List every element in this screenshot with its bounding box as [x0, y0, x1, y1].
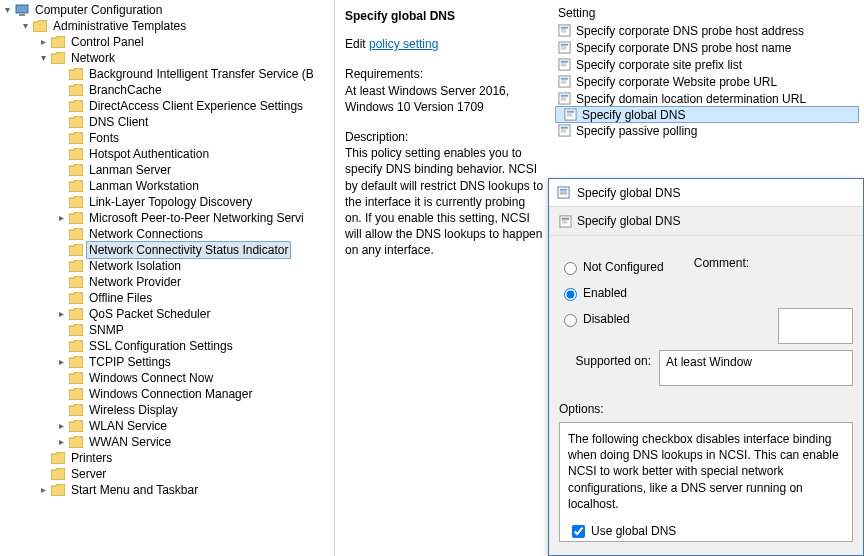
dialog-subtitle: Specify global DNS	[577, 214, 680, 228]
tree-node[interactable]: Lanman Server	[0, 162, 334, 178]
setting-row[interactable]: Specify corporate DNS probe host name	[550, 39, 864, 56]
supported-on-label: Supported on:	[559, 350, 659, 368]
svg-rect-13	[560, 65, 566, 66]
checkbox-label: Use global DNS	[591, 523, 676, 539]
use-global-dns-checkbox[interactable]: Use global DNS	[568, 522, 844, 541]
svg-rect-21	[560, 99, 566, 100]
setting-row[interactable]: Specify corporate site prefix list	[550, 56, 864, 73]
policy-icon	[555, 185, 571, 201]
tree-label: DirectAccess Client Experience Settings	[88, 98, 304, 114]
tree-node[interactable]: Offline Files	[0, 290, 334, 306]
comment-textarea[interactable]	[778, 308, 853, 344]
setting-label: Specify corporate DNS probe host name	[576, 41, 791, 55]
tree-node[interactable]: BranchCache	[0, 82, 334, 98]
expander-icon[interactable]	[36, 34, 50, 50]
settings-column-header[interactable]: Setting	[550, 4, 864, 22]
tree-node[interactable]: Fonts	[0, 130, 334, 146]
tree-node[interactable]: DNS Client	[0, 114, 334, 130]
tree-label: Network Connectivity Status Indicator	[86, 241, 291, 259]
tree-label: SSL Configuration Settings	[88, 338, 234, 354]
policy-icon	[556, 123, 572, 139]
tree-node[interactable]: Network Isolation	[0, 258, 334, 274]
expander-icon[interactable]	[54, 434, 68, 450]
svg-rect-12	[560, 64, 566, 65]
setting-label: Specify corporate DNS probe host address	[576, 24, 804, 38]
tree-node[interactable]: Network Connections	[0, 226, 334, 242]
tree-node-start-menu[interactable]: Start Menu and Taskbar	[0, 482, 334, 498]
folder-icon	[68, 290, 84, 306]
tree-node[interactable]: Hotspot Authentication	[0, 146, 334, 162]
svg-rect-19	[560, 95, 567, 97]
expander-icon[interactable]	[54, 354, 68, 370]
radio-label: Enabled	[583, 286, 627, 300]
checkbox-input[interactable]	[572, 525, 585, 538]
tree-node[interactable]: Background Intelligent Transfer Service …	[0, 66, 334, 82]
radio-input-disabled[interactable]	[564, 314, 577, 327]
tree-label: Network	[70, 50, 116, 66]
radio-not-configured[interactable]: Not Configured	[559, 254, 664, 280]
folder-icon	[50, 482, 66, 498]
tree-node[interactable]: WWAN Service	[0, 434, 334, 450]
tree-node[interactable]: Windows Connect Now	[0, 370, 334, 386]
tree-label: QoS Packet Scheduler	[88, 306, 211, 322]
tree-node[interactable]: DirectAccess Client Experience Settings	[0, 98, 334, 114]
tree-node-computer-config[interactable]: Computer Configuration	[0, 2, 334, 18]
tree-node-admin-templates[interactable]: Administrative Templates	[0, 18, 334, 34]
edit-line: Edit policy setting	[345, 36, 544, 52]
tree-node-server[interactable]: Server	[0, 466, 334, 482]
folder-icon	[32, 18, 48, 34]
tree-node[interactable]: QoS Packet Scheduler	[0, 306, 334, 322]
tree-node-printers[interactable]: Printers	[0, 450, 334, 466]
tree-label: Wireless Display	[88, 402, 179, 418]
tree-node[interactable]: SNMP	[0, 322, 334, 338]
setting-row[interactable]: Specify corporate DNS probe host address	[550, 22, 864, 39]
radio-input-enabled[interactable]	[564, 288, 577, 301]
expander-icon[interactable]	[54, 306, 68, 322]
svg-rect-11	[560, 61, 567, 63]
expander-icon[interactable]	[54, 210, 68, 226]
radio-label: Disabled	[583, 312, 630, 326]
setting-row[interactable]: Specify corporate Website probe URL	[550, 73, 864, 90]
details-title: Specify global DNS	[345, 8, 544, 24]
radio-disabled[interactable]: Disabled	[559, 306, 664, 332]
radio-label: Not Configured	[583, 260, 664, 274]
svg-rect-1	[19, 14, 25, 16]
tree-label: DNS Client	[88, 114, 149, 130]
tree-node[interactable]: Lanman Workstation	[0, 178, 334, 194]
expander-icon[interactable]	[36, 50, 50, 66]
svg-rect-32	[559, 192, 566, 193]
radio-enabled[interactable]: Enabled	[559, 280, 664, 306]
tree-node-control-panel[interactable]: Control Panel	[0, 34, 334, 50]
expander-icon[interactable]	[0, 2, 14, 18]
requirements-label: Requirements:	[345, 66, 544, 82]
folder-icon	[68, 162, 84, 178]
radio-input-not-configured[interactable]	[564, 262, 577, 275]
tree-panel[interactable]: Computer Configuration Administrative Te…	[0, 0, 335, 556]
tree-label: Microsoft Peer-to-Peer Networking Servi	[88, 210, 305, 226]
svg-rect-16	[560, 81, 566, 82]
tree-node[interactable]: Wireless Display	[0, 402, 334, 418]
tree-node[interactable]: TCPIP Settings	[0, 354, 334, 370]
tree-node[interactable]: Link-Layer Topology Discovery	[0, 194, 334, 210]
tree-node[interactable]: Microsoft Peer-to-Peer Networking Servi	[0, 210, 334, 226]
setting-row[interactable]: Specify passive polling	[550, 122, 864, 139]
setting-row[interactable]: Specify global DNS	[555, 106, 859, 123]
svg-rect-20	[560, 98, 566, 99]
tree-node[interactable]: Network Provider	[0, 274, 334, 290]
tree-node-network[interactable]: Network	[0, 50, 334, 66]
tree-label: WWAN Service	[88, 434, 172, 450]
tree-node[interactable]: Network Connectivity Status Indicator	[0, 242, 334, 258]
tree-node[interactable]: SSL Configuration Settings	[0, 338, 334, 354]
options-text: The following checkbox disables interfac…	[568, 431, 844, 512]
dialog-titlebar[interactable]: Specify global DNS	[549, 179, 863, 207]
tree-node[interactable]: WLAN Service	[0, 418, 334, 434]
edit-policy-link[interactable]: policy setting	[369, 37, 438, 51]
tree-node[interactable]: Windows Connection Manager	[0, 386, 334, 402]
tree-label: Network Connections	[88, 226, 204, 242]
expander-icon[interactable]	[54, 418, 68, 434]
setting-row[interactable]: Specify domain location determination UR…	[550, 90, 864, 107]
folder-icon	[68, 210, 84, 226]
expander-icon[interactable]	[36, 482, 50, 498]
svg-rect-35	[561, 217, 568, 219]
expander-icon[interactable]	[18, 18, 32, 34]
